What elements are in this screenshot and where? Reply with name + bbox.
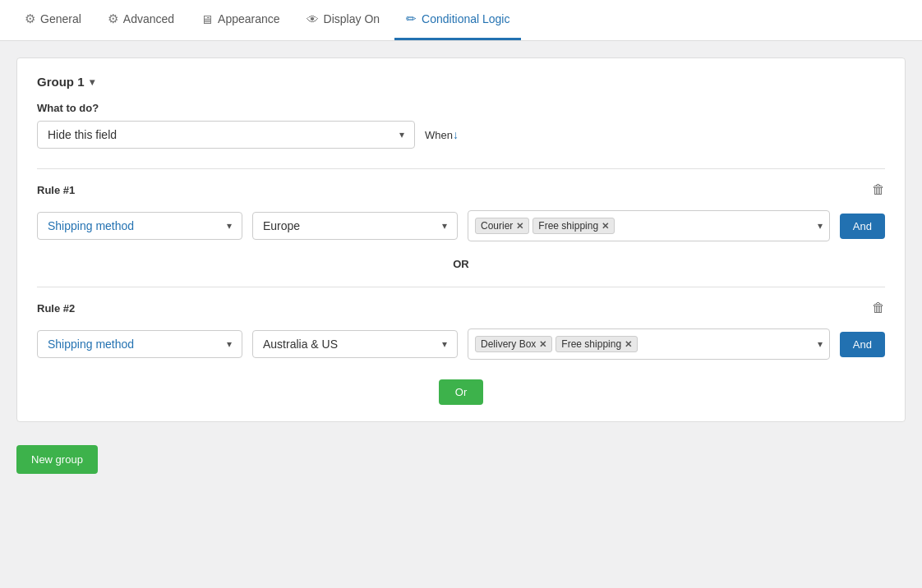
tab-display-on-label: Display On — [324, 12, 380, 25]
tag-free-shipping-1-label: Free shipping — [538, 220, 598, 232]
rule-1-tags-wrapper: Courier ✕ Free shipping ✕ ▾ — [468, 210, 830, 241]
or-separator: OR — [37, 258, 885, 270]
rule-2-tags-container[interactable]: Delivery Box ✕ Free shipping ✕ ▾ — [468, 328, 830, 360]
trash-icon-rule-2[interactable]: 🗑 — [872, 301, 885, 315]
group-title: Group 1 — [37, 75, 85, 89]
chevron-down-icon: ▾ — [90, 76, 95, 88]
dropdown-arrow-icon-r1f: ▾ — [227, 220, 232, 232]
tag-courier: Courier ✕ — [475, 218, 529, 234]
tab-conditional-logic[interactable]: ✏ Conditional Logic — [394, 0, 521, 40]
rule-divider-1 — [37, 168, 885, 169]
monitor-icon: 🖥 — [201, 12, 213, 26]
dropdown-arrow-icon-r2r: ▾ — [442, 338, 447, 350]
rule-2-tags-wrapper: Delivery Box ✕ Free shipping ✕ ▾ — [468, 328, 830, 360]
and-button-rule-1[interactable]: And — [840, 214, 885, 239]
tab-general-label: General — [40, 12, 81, 25]
rule-2-label: Rule #2 — [37, 302, 75, 315]
when-label: When↓ — [425, 128, 459, 141]
action-row: Hide this field ▾ When↓ — [37, 121, 885, 149]
tab-general[interactable]: ⚙ General — [13, 0, 93, 40]
tag-free-shipping-2: Free shipping ✕ — [556, 336, 638, 352]
tab-bar: ⚙ General ⚙ Advanced 🖥 Appearance 👁 Disp… — [0, 0, 922, 41]
rule-1-field-dropdown[interactable]: Shipping method ▾ — [37, 212, 242, 240]
tag-delivery-box-label: Delivery Box — [481, 338, 536, 350]
hide-field-dropdown[interactable]: Hide this field ▾ — [37, 121, 415, 149]
pencil-icon: ✏ — [406, 11, 417, 26]
tab-appearance-label: Appearance — [218, 12, 280, 25]
what-to-do-label: What to do? — [37, 102, 885, 114]
rule-1-region-value: Europe — [263, 219, 300, 232]
rule-1-row: Shipping method ▾ Europe ▾ Courier ✕ Fre… — [37, 210, 885, 241]
rule-1-header: Rule #1 🗑 — [37, 182, 885, 197]
tag-free-shipping-2-close[interactable]: ✕ — [625, 339, 632, 350]
new-group-button[interactable]: New group — [16, 445, 98, 474]
main-content: Group 1 ▾ What to do? Hide this field ▾ … — [0, 41, 922, 490]
rule-1-field-value: Shipping method — [48, 219, 134, 232]
tag-free-shipping-1: Free shipping ✕ — [532, 218, 615, 234]
eye-icon: 👁 — [307, 12, 319, 26]
rule-2-region-value: Australia & US — [263, 338, 338, 351]
rule-divider-2 — [37, 287, 885, 287]
tag-courier-label: Courier — [481, 220, 513, 232]
rule-1-region-dropdown[interactable]: Europe ▾ — [252, 212, 458, 240]
gear-icon-2: ⚙ — [108, 11, 118, 26]
rule-2-row: Shipping method ▾ Australia & US ▾ Deliv… — [37, 328, 885, 360]
rule-1-label: Rule #1 — [37, 184, 75, 196]
tags-dropdown-arrow-1[interactable]: ▾ — [814, 220, 823, 232]
or-button-container: Or — [37, 379, 885, 405]
dropdown-arrow-icon: ▾ — [399, 129, 404, 140]
rule-2-field-value: Shipping method — [48, 338, 134, 351]
hide-field-value: Hide this field — [48, 128, 117, 141]
tag-courier-close[interactable]: ✕ — [516, 221, 523, 232]
gear-icon: ⚙ — [25, 11, 35, 26]
tab-display-on[interactable]: 👁 Display On — [295, 0, 391, 40]
rule-1-tags-container[interactable]: Courier ✕ Free shipping ✕ ▾ — [468, 210, 830, 241]
group-header[interactable]: Group 1 ▾ — [37, 75, 885, 89]
rule-2-header: Rule #2 🗑 — [37, 301, 885, 315]
tab-advanced[interactable]: ⚙ Advanced — [96, 0, 186, 40]
tag-delivery-box-close[interactable]: ✕ — [539, 339, 546, 350]
tab-conditional-logic-label: Conditional Logic — [422, 12, 509, 25]
trash-icon-rule-1[interactable]: 🗑 — [872, 182, 885, 197]
dropdown-arrow-icon-r1r: ▾ — [442, 220, 447, 232]
group-box: Group 1 ▾ What to do? Hide this field ▾ … — [16, 57, 906, 422]
dropdown-arrow-icon-r2f: ▾ — [227, 338, 232, 350]
tag-free-shipping-2-label: Free shipping — [561, 338, 621, 350]
rule-2-region-dropdown[interactable]: Australia & US ▾ — [252, 330, 458, 358]
tab-appearance[interactable]: 🖥 Appearance — [189, 0, 292, 40]
tab-advanced-label: Advanced — [123, 12, 174, 25]
and-button-rule-2[interactable]: And — [840, 332, 885, 357]
rule-2-field-dropdown[interactable]: Shipping method ▾ — [37, 330, 242, 358]
tag-free-shipping-1-close[interactable]: ✕ — [602, 221, 609, 232]
when-arrow-icon: ↓ — [453, 128, 459, 141]
or-button[interactable]: Or — [439, 379, 483, 405]
tag-delivery-box: Delivery Box ✕ — [475, 336, 552, 352]
tags-dropdown-arrow-2[interactable]: ▾ — [814, 338, 823, 350]
